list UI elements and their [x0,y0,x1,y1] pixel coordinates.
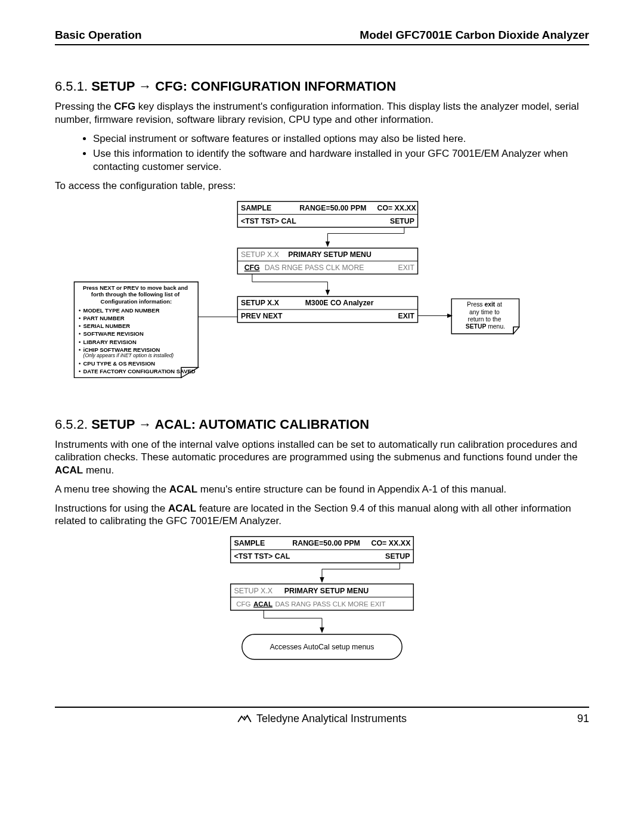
screen-sample: SAMPLE RANGE=50.00 PPM CO= XX.XX <TST TS… [237,201,417,227]
svg-text:CO= XX.XX: CO= XX.XX [371,539,411,547]
svg-text:SAMPLE: SAMPLE [241,203,271,212]
svg-text:<TST  TST>  CAL: <TST TST> CAL [241,216,296,225]
svg-text:•iCHIP SOFTWARE REVISION(Only : •iCHIP SOFTWARE REVISION(Only appears if… [79,346,174,358]
acal-bubble: Accesses AutoCal setup menus [242,634,402,659]
svg-text:RANGE=50.00 PPM: RANGE=50.00 PPM [292,539,360,547]
arrow-icon: → [138,417,151,432]
para-652-2: A menu tree showing the ACAL menu's enti… [55,483,589,496]
svg-text:PRIMARY SETUP MENU: PRIMARY SETUP MENU [284,587,369,595]
svg-text:Press exit at
          any ti: Press exit at any time to return to the … [466,301,505,330]
svg-text:M300E CO Analyzer: M300E CO Analyzer [305,299,374,307]
para-651-2: To access the configuration table, press… [55,179,589,193]
para-651-1: Pressing the CFG key displays the instru… [55,100,589,126]
bullet-item: Special instrument or software features … [93,132,589,145]
svg-text:SETUP: SETUP [390,216,414,225]
svg-text:SETUP: SETUP [385,552,410,561]
para-652-3: Instructions for using the ACAL feature … [55,502,589,528]
svg-text:CFG: CFG [236,600,250,608]
svg-text:SETUP X.X: SETUP X.X [241,250,279,259]
h-pre: SETUP [91,417,138,432]
header-right: Model GFC7001E Carbon Dioxide Analyzer [360,29,589,42]
screen-setup-menu: SETUP X.X PRIMARY SETUP MENU CFG DAS RNG… [237,248,417,274]
bullets-651: Special instrument or software features … [55,132,589,174]
svg-text:RANGE=50.00 PPM: RANGE=50.00 PPM [299,203,366,212]
teledyne-logo-icon [237,714,252,724]
page-footer: Teledyne Analytical Instruments 91 [55,707,589,725]
screen-setup-menu-2: SETUP X.X PRIMARY SETUP MENU CFG ACAL DA… [231,584,414,610]
svg-text:PRIMARY SETUP MENU: PRIMARY SETUP MENU [288,250,371,259]
h-post: CFG: CONFIGURATION INFORMATION [151,79,396,94]
svg-text:CFG: CFG [244,263,260,271]
footer-logo: Teledyne Analytical Instruments [237,713,407,725]
svg-text:DAS  RNGE  PASS  CLK  MORE: DAS RNGE PASS CLK MORE [265,263,364,271]
svg-text:DAS  RANG PASS  CLK  MORE  EXI: DAS RANG PASS CLK MORE EXIT [275,600,385,608]
screen-sample-2: SAMPLE RANGE=50.00 PPM CO= XX.XX <TST TS… [231,537,414,563]
svg-text:Accesses AutoCal setup menus: Accesses AutoCal setup menus [270,643,374,651]
svg-text:CO= XX.XX: CO= XX.XX [377,203,417,212]
header-left: Basic Operation [55,29,142,42]
svg-text:EXIT: EXIT [398,312,415,320]
para-652-1: Instruments with one of the internal val… [55,438,589,477]
h-post: ACAL: AUTOMATIC CALIBRATION [151,417,369,432]
svg-point-55 [244,716,245,717]
svg-text:SETUP X.X: SETUP X.X [234,587,273,595]
footer-company: Teledyne Analytical Instruments [256,713,407,725]
svg-text:SETUP X.X: SETUP X.X [241,299,280,307]
svg-text:ACAL: ACAL [253,600,273,608]
arrow-icon: → [138,79,151,94]
page-header: Basic Operation Model GFC7001E Carbon Di… [55,29,589,45]
bullet-item: Use this information to identify the sof… [93,147,589,174]
section-number: 6.5.2. [55,417,88,432]
note-right: Press exit at any time to return to the … [451,299,519,334]
note-left: Press NEXT or PREV to move back and fort… [74,281,198,377]
diagram-acal-flow: SAMPLE RANGE=50.00 PPM CO= XX.XX <TST TS… [55,534,589,671]
section-652-heading: 6.5.2. SETUP → ACAL: AUTOMATIC CALIBRATI… [55,417,589,432]
svg-text:SAMPLE: SAMPLE [234,539,265,547]
section-651-heading: 6.5.1. SETUP → CFG: CONFIGURATION INFORM… [55,79,589,94]
screen-cfg-info: SETUP X.X M300E CO Analyzer PREV NEXT EX… [237,296,417,322]
page-number: 91 [577,713,589,725]
h-pre: SETUP [91,79,138,94]
svg-text:PREV NEXT: PREV NEXT [241,312,283,320]
diagram-cfg-flow: SAMPLE RANGE=50.00 PPM CO= XX.XX <TST TS… [55,199,589,404]
section-number: 6.5.1. [55,79,88,94]
svg-text:<TST  TST>  CAL: <TST TST> CAL [234,552,290,561]
svg-text:EXIT: EXIT [398,263,415,271]
